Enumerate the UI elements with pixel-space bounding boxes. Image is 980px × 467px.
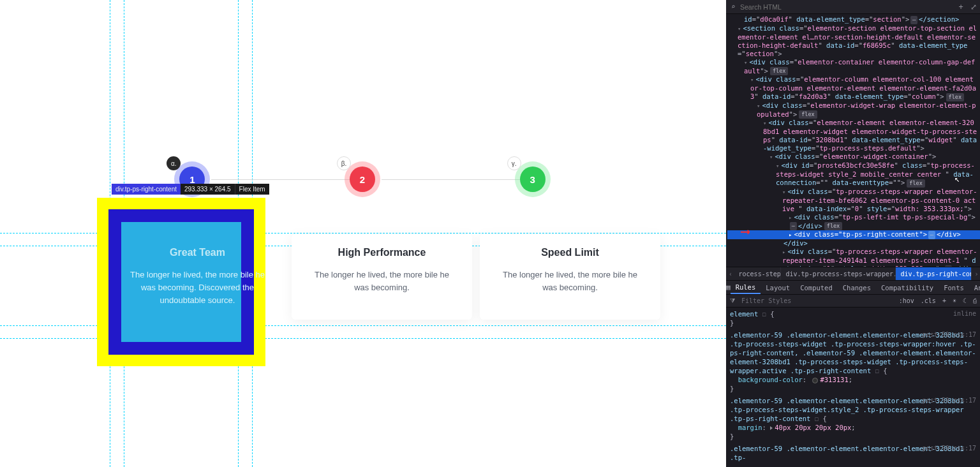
- print-icon[interactable]: ⎙: [970, 297, 980, 304]
- step-badge: β.: [337, 156, 351, 170]
- process-step-1[interactable]: 1 α.: [107, 158, 278, 203]
- process-step-3[interactable]: 3 γ.: [447, 158, 618, 203]
- dark-icon[interactable]: ☾: [960, 297, 970, 304]
- css-rules-pane[interactable]: inline element ☐ { } post-59.css:17 .ele…: [726, 308, 980, 467]
- breadcrumb-item[interactable]: div.tp-process-steps-wrapper.elementor-r…: [781, 267, 896, 280]
- tab-rules[interactable]: Rules: [731, 281, 761, 294]
- tab-layout[interactable]: Layout: [761, 281, 795, 294]
- devtools-panel: ⌕ + ⤢ id="d0ca0if" data-element_type="se…: [726, 0, 980, 467]
- filter-bar: ⧩ Filter Styles :hov .cls + ☀ ☾ ⎙: [726, 295, 980, 308]
- funnel-icon: ⧩: [726, 297, 735, 305]
- search-icon: ⌕: [726, 3, 740, 11]
- card-description: The longer he lived, the more bile he wa…: [308, 269, 456, 294]
- hov-button[interactable]: :hov: [896, 297, 917, 304]
- breadcrumb-item[interactable]: rocess-steps…: [734, 267, 782, 280]
- tab-compat[interactable]: Compatibility: [876, 281, 939, 294]
- process-step-2[interactable]: 2 β.: [278, 158, 448, 203]
- inspector-tooltip: div.tp-ps-right-content 293.333 × 264.5 …: [112, 184, 269, 195]
- tab-anim[interactable]: Animatic: [969, 281, 980, 294]
- page-viewport: 1 α. 2 β. 3 γ.: [0, 0, 726, 467]
- grid-icon[interactable]: ▦: [726, 283, 731, 292]
- add-rule-button[interactable]: +: [939, 297, 949, 304]
- add-button[interactable]: +: [954, 3, 967, 11]
- card-description: The longer he lived, the more bile he wa…: [124, 269, 271, 307]
- light-icon[interactable]: ☀: [949, 297, 960, 304]
- search-html-input[interactable]: [740, 3, 954, 11]
- step-badge: γ.: [507, 156, 521, 170]
- breadcrumbs[interactable]: ‹ rocess-steps… div.tp-process-steps-wra…: [726, 267, 980, 281]
- annotation-arrow: ⟶: [741, 227, 749, 235]
- devtools-toolbar: ⌕ + ⤢: [726, 0, 980, 14]
- filter-styles-input[interactable]: Filter Styles: [738, 297, 896, 304]
- card-title: Speed Limit: [496, 247, 644, 258]
- breadcrumb-item[interactable]: div.tp-ps-right-content: [896, 267, 972, 280]
- card-description: The longer he lived, the more bile he wa…: [496, 269, 644, 294]
- styles-tabs: ▦ Rules Layout Computed Changes Compatib…: [726, 281, 980, 295]
- selected-dom-node[interactable]: ⟶ ▸<div class="tp-ps-right-content">⋯</d…: [727, 230, 980, 239]
- tab-computed[interactable]: Computed: [795, 281, 838, 294]
- card-title: High Performance: [308, 247, 456, 258]
- cls-button[interactable]: .cls: [917, 297, 939, 304]
- step-number: 3: [520, 167, 546, 192]
- card-title: Great Team: [124, 247, 271, 258]
- tab-changes[interactable]: Changes: [838, 281, 876, 294]
- step-number: 2: [350, 167, 375, 192]
- tab-fonts[interactable]: Fonts: [939, 281, 969, 294]
- dom-tree[interactable]: id="d0ca0if" data-element_type="section"…: [726, 14, 980, 267]
- expand-icon[interactable]: ⤢: [967, 3, 980, 11]
